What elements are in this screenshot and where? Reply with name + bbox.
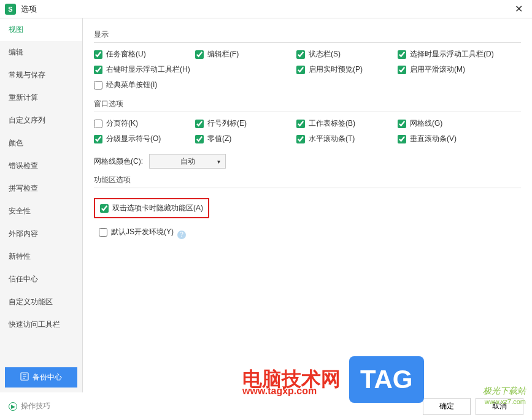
gridline-color-label: 网格线颜色(C):: [94, 156, 143, 167]
checkbox-label: 行号列标(E): [207, 118, 247, 129]
sidebar-item[interactable]: 新特性: [0, 245, 82, 268]
checkbox-item[interactable]: 垂直滚动条(V): [398, 134, 499, 144]
sidebar: 视图编辑常规与保存重新计算自定义序列颜色错误检查拼写检查安全性外部内容新特性信任…: [0, 18, 83, 392]
backup-icon: [20, 372, 29, 383]
sidebar-item[interactable]: 视图: [0, 18, 82, 41]
cancel-button[interactable]: 取消: [476, 398, 523, 415]
checkbox-input[interactable]: [296, 135, 305, 143]
sidebar-item[interactable]: 自定义序列: [0, 109, 82, 132]
window-title: 选项: [21, 4, 510, 15]
divider: [94, 188, 521, 188]
backup-center-label: 备份中心: [33, 372, 62, 383]
checkbox-label: 编辑栏(F): [207, 49, 239, 59]
sidebar-item[interactable]: 重新计算: [0, 86, 82, 109]
sidebar-item[interactable]: 常规与保存: [0, 64, 82, 86]
checkbox-input[interactable]: [195, 50, 204, 59]
checkbox-label: 状态栏(S): [309, 49, 341, 59]
checkbox-item[interactable]: 水平滚动条(T): [296, 134, 398, 144]
help-icon[interactable]: ?: [177, 231, 186, 239]
checkbox-label: 选择时显示浮动工具栏(D): [410, 49, 494, 59]
checkbox-input[interactable]: [296, 50, 305, 59]
checkbox-input[interactable]: [398, 120, 406, 128]
checkbox-label: 零值(Z): [207, 134, 231, 144]
checkbox-item[interactable]: 任务窗格(U): [94, 49, 195, 59]
checkbox-input[interactable]: [398, 66, 406, 74]
footer: ▶ 操作技巧 确定 取消: [0, 392, 532, 420]
sidebar-item[interactable]: 自定义功能区: [0, 291, 82, 313]
ok-button[interactable]: 确定: [423, 398, 471, 415]
checkbox-label: 垂直滚动条(V): [410, 134, 457, 144]
app-icon: S: [5, 4, 16, 15]
titlebar: S 选项 ✕: [0, 0, 532, 18]
checkbox-label: 经典菜单按钮(I): [106, 80, 157, 90]
close-icon[interactable]: ✕: [510, 1, 527, 18]
checkbox-label: 启用平滑滚动(M): [410, 64, 465, 75]
checkbox-js-dev-label: 默认JS开发环境(Y): [111, 227, 174, 237]
checkbox-js-dev[interactable]: 默认JS开发环境(Y): [99, 227, 174, 237]
checkbox-label: 水平滚动条(T): [309, 134, 355, 144]
sidebar-item[interactable]: 安全性: [0, 200, 82, 223]
checkbox-input[interactable]: [398, 50, 406, 59]
section-ribbon-title: 功能区选项: [94, 175, 521, 185]
checkbox-item[interactable]: 启用平滑滚动(M): [398, 64, 499, 75]
checkbox-input[interactable]: [94, 120, 102, 128]
play-icon: ▶: [9, 402, 17, 411]
content-pane: 显示 任务窗格(U)编辑栏(F)状态栏(S)选择时显示浮动工具栏(D)右键时显示…: [83, 18, 532, 392]
checkbox-js-dev-input[interactable]: [99, 228, 107, 237]
checkbox-item[interactable]: 工作表标签(B): [296, 118, 398, 129]
sidebar-item[interactable]: 颜色: [0, 132, 82, 155]
chevron-down-icon: ▾: [217, 158, 220, 165]
checkbox-item[interactable]: 状态栏(S): [296, 49, 398, 59]
checkbox-item[interactable]: 分级显示符号(O): [94, 134, 195, 144]
checkbox-input[interactable]: [94, 66, 102, 74]
checkbox-label: 任务窗格(U): [106, 49, 146, 59]
checkbox-item[interactable]: 零值(Z): [195, 134, 296, 144]
checkbox-hide-ribbon[interactable]: 双击选项卡时隐藏功能区(A): [100, 203, 203, 213]
gridline-color-value: 自动: [180, 156, 195, 167]
checkbox-item[interactable]: 分页符(K): [94, 118, 195, 129]
section-display-title: 显示: [94, 29, 521, 40]
checkbox-label: 工作表标签(B): [309, 118, 355, 129]
checkbox-item[interactable]: 右键时显示浮动工具栏(H): [94, 64, 195, 75]
checkbox-input[interactable]: [398, 135, 406, 143]
checkbox-input[interactable]: [195, 120, 204, 128]
divider: [94, 42, 521, 43]
operation-tips-label: 操作技巧: [21, 401, 50, 411]
checkbox-input[interactable]: [94, 50, 102, 59]
checkbox-input[interactable]: [195, 135, 204, 143]
checkbox-label: 分页符(K): [106, 118, 138, 129]
checkbox-input[interactable]: [94, 135, 102, 143]
backup-center-button[interactable]: 备份中心: [5, 367, 77, 388]
checkbox-item[interactable]: 选择时显示浮动工具栏(D): [398, 49, 499, 59]
checkbox-item[interactable]: 网格线(G): [398, 118, 499, 129]
section-window-title: 窗口选项: [94, 99, 521, 109]
sidebar-item[interactable]: 编辑: [0, 41, 82, 64]
checkbox-input[interactable]: [296, 66, 305, 74]
checkbox-input[interactable]: [296, 120, 305, 128]
checkbox-hide-ribbon-label: 双击选项卡时隐藏功能区(A): [112, 203, 203, 213]
sidebar-item[interactable]: 信任中心: [0, 268, 82, 291]
checkbox-hide-ribbon-input[interactable]: [100, 204, 109, 213]
checkbox-label: 网格线(G): [410, 118, 442, 129]
operation-tips-link[interactable]: ▶ 操作技巧: [9, 401, 50, 411]
checkbox-label: 右键时显示浮动工具栏(H): [106, 64, 190, 75]
checkbox-label: 分级显示符号(O): [106, 134, 161, 144]
checkbox-item[interactable]: 经典菜单按钮(I): [94, 80, 195, 90]
sidebar-item[interactable]: 外部内容: [0, 223, 82, 245]
checkbox-input[interactable]: [94, 81, 102, 90]
sidebar-item[interactable]: 错误检查: [0, 155, 82, 177]
divider: [94, 112, 521, 112]
sidebar-item[interactable]: 拼写检查: [0, 177, 82, 200]
sidebar-item[interactable]: 快速访问工具栏: [0, 313, 82, 336]
highlighted-option: 双击选项卡时隐藏功能区(A): [94, 198, 209, 218]
gridline-color-dropdown[interactable]: 自动 ▾: [149, 154, 226, 169]
checkbox-item[interactable]: 行号列标(E): [195, 118, 296, 129]
checkbox-label: 启用实时预览(P): [309, 64, 363, 75]
checkbox-item[interactable]: 启用实时预览(P): [296, 64, 398, 75]
checkbox-item[interactable]: 编辑栏(F): [195, 49, 296, 59]
